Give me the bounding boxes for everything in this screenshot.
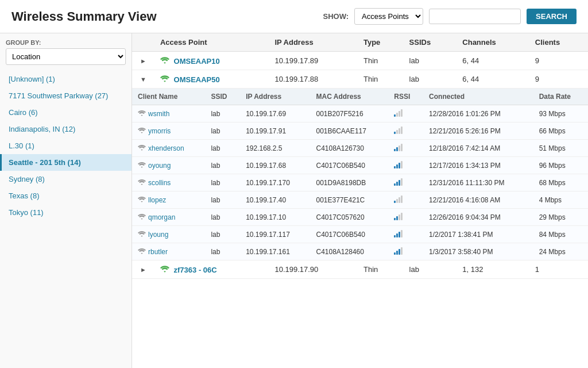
client-ip: 10.199.17.68 [240, 157, 310, 174]
wifi-icon [138, 178, 146, 187]
expand-button[interactable]: ► [138, 265, 149, 274]
list-item: lyoung lab 10.199.17.117 C4017C06B540 [132, 226, 588, 243]
client-name-link[interactable]: qmorgan [148, 213, 175, 221]
client-mac: 001B6CAAE117 [311, 122, 389, 140]
col-ssids: SSIDs [404, 33, 457, 52]
client-name-link[interactable]: oyoung [148, 162, 171, 170]
client-connected: 1/3/2017 3:58:40 PM [423, 243, 533, 260]
wifi-icon [138, 230, 146, 239]
sidebar-item-l30[interactable]: L.30 (1) [0, 137, 131, 154]
client-name-link[interactable]: wsmith [148, 110, 169, 118]
signal-bars [394, 143, 403, 151]
ap-ip: 10.199.17.88 [269, 70, 358, 89]
ap-name-link[interactable]: OMSEAAP10 [174, 57, 220, 66]
sidebar-item-seattle[interactable]: Seattle - 201 5th (14) [0, 154, 131, 171]
table-header-row: Access Point IP Address Type SSIDs Chann… [132, 33, 588, 52]
client-ip: 10.199.17.69 [240, 105, 310, 122]
wifi-icon [160, 74, 169, 84]
search-input[interactable] [429, 9, 521, 24]
client-ssid: lab [205, 122, 240, 140]
ap-ssids: lab [404, 70, 457, 89]
client-mac: C4017C06B540 [311, 157, 389, 174]
ap-clients: 9 [529, 52, 588, 70]
search-button[interactable]: SEARCH [527, 9, 577, 24]
client-name-link[interactable]: lyoung [148, 231, 168, 239]
wifi-icon [138, 126, 146, 135]
client-mac: C4108A126730 [311, 140, 389, 157]
list-item: ymorris lab 10.199.17.91 001B6CAAE117 [132, 122, 588, 140]
expand-button[interactable]: ► [138, 56, 149, 66]
client-ssid: lab [205, 157, 240, 174]
client-mac: C4108A128460 [311, 243, 389, 260]
ap-clients: 1 [529, 260, 588, 279]
show-label: SHOW: [323, 12, 349, 21]
list-item: xhenderson lab 192.168.2.5 C4108A126730 [132, 140, 588, 157]
client-connected: 1/2/2017 1:38:41 PM [423, 226, 533, 243]
sidebar-item-unknown[interactable]: [Unknown] (1) [0, 71, 131, 87]
expand-button[interactable]: ▼ [138, 75, 149, 84]
wifi-icon [138, 161, 146, 170]
client-name-link[interactable]: xhenderson [148, 144, 184, 152]
ap-type: Thin [358, 70, 404, 89]
client-rate: 29 Mbps [533, 209, 588, 226]
col-access-point: Access Point [154, 33, 269, 52]
ap-channels: 6, 44 [457, 70, 529, 89]
client-rate: 51 Mbps [533, 140, 588, 157]
client-rssi [388, 243, 423, 260]
client-name-link[interactable]: llopez [148, 196, 166, 204]
client-ip: 10.199.17.40 [240, 191, 310, 209]
client-col-connected: Connected [423, 89, 533, 105]
ap-ssids: lab [404, 260, 457, 279]
ap-type: Thin [358, 52, 404, 70]
signal-bars [394, 126, 403, 134]
show-select[interactable]: Access Points Clients SSIDs [354, 8, 423, 25]
client-name-link[interactable]: scollins [148, 179, 171, 187]
group-by-select[interactable]: Location Type Channel [6, 48, 126, 65]
sidebar: GROUP BY: Location Type Channel [Unknown… [0, 33, 132, 368]
sidebar-item-indianapolis[interactable]: Indianapolis, IN (12) [0, 121, 131, 137]
sidebar-item-cairo[interactable]: Cairo (6) [0, 104, 131, 121]
client-ssid: lab [205, 209, 240, 226]
sidebar-item-sydney[interactable]: Sydney (8) [0, 171, 131, 187]
wifi-icon [160, 56, 169, 66]
table-row: ► OMSEAAP10 10.199.17.89 Thin lab 6, 44 … [132, 52, 588, 70]
client-col-mac: MAC Address [311, 89, 389, 105]
app-container: Wireless Summary View SHOW: Access Point… [0, 0, 588, 368]
table-row: ► zf7363 - 06C 10.199.17.90 Thin lab 1, … [132, 260, 588, 279]
client-ip: 192.168.2.5 [240, 140, 310, 157]
ap-name-link[interactable]: zf7363 - 06C [174, 266, 217, 274]
client-rate: 96 Mbps [533, 157, 588, 174]
client-rssi [388, 122, 423, 140]
sidebar-item-texas[interactable]: Texas (8) [0, 187, 131, 204]
header-controls: SHOW: Access Points Clients SSIDs SEARCH [323, 8, 577, 25]
ap-channels: 1, 132 [457, 260, 529, 279]
ap-ip: 10.199.17.90 [269, 260, 358, 279]
client-connected: 12/18/2016 7:42:14 AM [423, 140, 533, 157]
client-connected: 12/26/2016 9:04:34 PM [423, 209, 533, 226]
sidebar-item-southwest[interactable]: 7171 Southwest Parkway (27) [0, 87, 131, 104]
client-connected: 12/28/2016 1:01:26 PM [423, 105, 533, 122]
ap-channels: 6, 44 [457, 52, 529, 70]
client-name-link[interactable]: rbutler [148, 248, 168, 256]
table-row: ▼ OMSEAAP50 10.199.17.88 Thin lab 6, 44 … [132, 70, 588, 89]
body: GROUP BY: Location Type Channel [Unknown… [0, 33, 588, 368]
sidebar-item-tokyo[interactable]: Tokyo (11) [0, 204, 131, 221]
client-ssid: lab [205, 226, 240, 243]
client-rssi [388, 191, 423, 209]
client-rssi [388, 140, 423, 157]
client-rssi [388, 174, 423, 191]
ap-name-link[interactable]: OMSEAAP50 [174, 75, 220, 84]
client-ip: 10.199.17.170 [240, 174, 310, 191]
ap-type: Thin [358, 260, 404, 279]
client-connected: 12/31/2016 11:11:30 PM [423, 174, 533, 191]
signal-bars [394, 109, 403, 117]
client-mac: 001E377E421C [311, 191, 389, 209]
signal-bars [394, 247, 403, 255]
client-rate: 68 Mbps [533, 174, 588, 191]
col-expand [132, 33, 154, 52]
col-channels: Channels [457, 33, 529, 52]
wifi-icon [160, 264, 169, 274]
client-ssid: lab [205, 140, 240, 157]
signal-bars [394, 160, 403, 168]
client-name-link[interactable]: ymorris [148, 127, 171, 135]
